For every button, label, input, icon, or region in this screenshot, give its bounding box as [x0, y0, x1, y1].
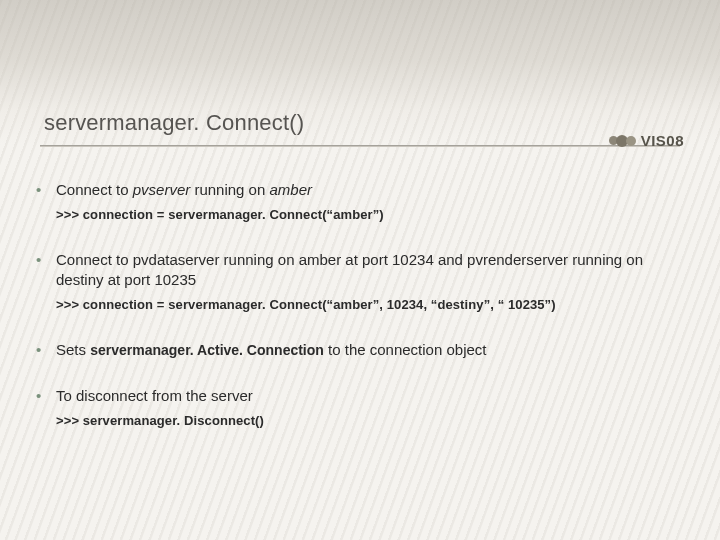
logo-text: VIS08 [641, 132, 684, 149]
bullet-text: Sets servermanager. Active. Connection t… [56, 341, 487, 358]
list-item: Sets servermanager. Active. Connection t… [32, 340, 688, 360]
italic-run: pvserver [133, 181, 191, 198]
text-run: running on [190, 181, 269, 198]
text-run: Connect to [56, 181, 133, 198]
text-run: Sets [56, 341, 90, 358]
bullet-text: To disconnect from the server [56, 387, 253, 404]
list-item: Connect to pvserver running on amber >>>… [32, 180, 688, 224]
italic-run: amber [269, 181, 312, 198]
list-item: Connect to pvdataserver running on amber… [32, 250, 688, 314]
slide-title: servermanager. Connect() [44, 110, 304, 136]
text-run: to the connection object [324, 341, 487, 358]
code-line: >>> connection = servermanager. Connect(… [56, 206, 688, 224]
bullet-text: Connect to pvdataserver running on amber… [56, 251, 643, 288]
bullet-text: Connect to pvserver running on amber [56, 181, 312, 198]
title-divider [40, 145, 680, 147]
bullet-list: Connect to pvserver running on amber >>>… [32, 180, 688, 430]
slide: servermanager. Connect() VIS08 Connect t… [0, 0, 720, 540]
list-item: To disconnect from the server >>> server… [32, 386, 688, 430]
slide-body: Connect to pvserver running on amber >>>… [32, 180, 688, 456]
code-line: >>> connection = servermanager. Connect(… [56, 296, 688, 314]
conference-logo: VIS08 [609, 132, 684, 149]
code-line: >>> servermanager. Disconnect() [56, 412, 688, 430]
inline-code: servermanager. Active. Connection [90, 342, 324, 358]
logo-icon [609, 135, 634, 147]
